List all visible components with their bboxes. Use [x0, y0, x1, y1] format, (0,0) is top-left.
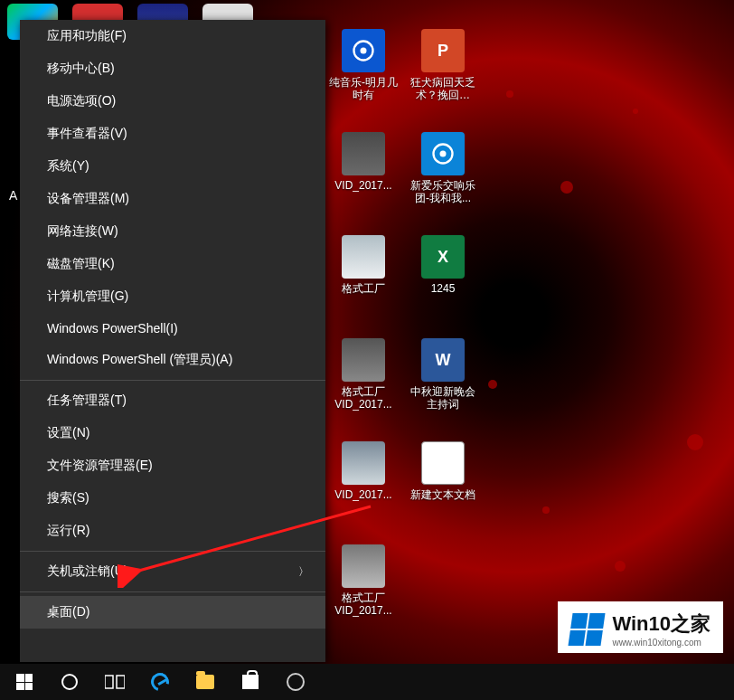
- desktop-icon[interactable]: 纯音乐-明月几时有: [329, 29, 398, 101]
- svg-point-3: [440, 151, 447, 157]
- desktop-icon[interactable]: VID_2017...: [329, 441, 398, 501]
- desktop-icon[interactable]: 新爱乐交响乐团-我和我...: [409, 132, 477, 204]
- taskbar: [0, 664, 734, 700]
- menu-item-apps-features[interactable]: 应用和功能(F): [20, 20, 325, 52]
- menu-item-task-manager[interactable]: 任务管理器(T): [20, 384, 325, 417]
- menu-item-event-viewer[interactable]: 事件查看器(V): [20, 118, 325, 150]
- windows-logo-icon: [16, 674, 33, 690]
- menu-item-disk-management[interactable]: 磁盘管理(K): [20, 248, 325, 280]
- svg-point-1: [361, 48, 367, 54]
- menu-item-device-manager[interactable]: 设备管理器(M): [20, 183, 325, 215]
- menu-item-computer-management[interactable]: 计算机管理(G): [20, 280, 325, 313]
- task-view-icon: [105, 674, 125, 690]
- desktop-icon[interactable]: VID_2017...: [329, 132, 398, 192]
- windows-logo-icon: [569, 613, 606, 646]
- menu-item-mobility-center[interactable]: 移动中心(B): [20, 52, 325, 85]
- taskbar-store[interactable]: [230, 664, 271, 700]
- watermark-title: Win10之家: [612, 610, 710, 638]
- menu-item-network-connections[interactable]: 网络连接(W): [20, 215, 325, 248]
- desktop-icon[interactable]: 格式工厂 VID_2017...: [329, 338, 398, 411]
- taskbar-edge[interactable]: [139, 664, 181, 700]
- desktop-icon[interactable]: 新建文本文档: [409, 441, 477, 501]
- taskbar-app[interactable]: [275, 664, 316, 700]
- menu-separator: [20, 591, 325, 592]
- menu-item-settings[interactable]: 设置(N): [20, 417, 325, 449]
- app-icon: [286, 672, 306, 692]
- folder-icon: [196, 675, 214, 689]
- desktop-icon[interactable]: P 狂犬病回天乏术？挽回…: [409, 29, 477, 101]
- store-icon: [242, 675, 259, 689]
- menu-item-powershell[interactable]: Windows PowerShell(I): [20, 313, 325, 344]
- winx-menu: 应用和功能(F) 移动中心(B) 电源选项(O) 事件查看器(V) 系统(Y) …: [20, 20, 325, 662]
- task-view-button[interactable]: [94, 664, 136, 700]
- menu-item-shutdown-signout[interactable]: 关机或注销(U) 〉: [20, 555, 325, 588]
- menu-separator: [20, 380, 325, 381]
- menu-item-search[interactable]: 搜索(S): [20, 482, 325, 515]
- desktop-icon[interactable]: 格式工厂 VID_2017...: [329, 544, 398, 617]
- watermark: Win10之家 www.win10xitong.com: [558, 601, 723, 653]
- svg-rect-5: [105, 676, 113, 688]
- desktop-icon[interactable]: W 中秋迎新晚会主持词: [409, 338, 477, 411]
- desktop-icon[interactable]: 格式工厂: [329, 235, 398, 295]
- cortana-button[interactable]: [49, 664, 90, 700]
- menu-separator: [20, 551, 325, 552]
- menu-item-powershell-admin[interactable]: Windows PowerShell (管理员)(A): [20, 344, 325, 376]
- menu-item-run[interactable]: 运行(R): [20, 515, 325, 547]
- watermark-url: www.win10xitong.com: [612, 638, 710, 648]
- taskbar-file-explorer[interactable]: [184, 664, 226, 700]
- desktop-icon[interactable]: X 1245: [409, 235, 477, 295]
- cortana-icon: [61, 674, 78, 690]
- menu-item-system[interactable]: 系统(Y): [20, 150, 325, 183]
- edge-icon: [147, 669, 172, 694]
- menu-item-power-options[interactable]: 电源选项(O): [20, 85, 325, 118]
- chevron-right-icon: 〉: [298, 564, 309, 580]
- partial-label: A: [9, 188, 17, 203]
- menu-item-explorer[interactable]: 文件资源管理器(E): [20, 449, 325, 482]
- start-button[interactable]: [4, 664, 45, 700]
- svg-point-7: [287, 674, 304, 690]
- svg-rect-6: [117, 676, 125, 688]
- menu-item-desktop[interactable]: 桌面(D): [20, 596, 325, 629]
